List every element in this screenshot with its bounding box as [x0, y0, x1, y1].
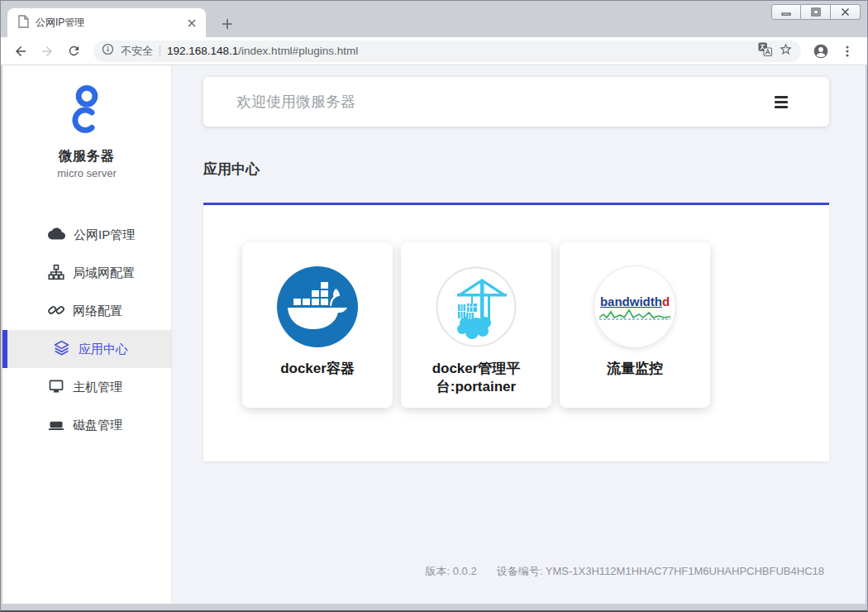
window-bottom-frame	[1, 604, 867, 610]
device-id-text: 设备编号: YMS-1X3H112M1HHAC77HF1M6UHAHPCHBFU…	[497, 564, 824, 579]
close-button[interactable]	[831, 4, 861, 20]
version-text: 版本: 0.0.2	[425, 564, 476, 579]
cloud-icon	[48, 225, 65, 245]
welcome-card: 欢迎使用微服务器	[203, 77, 829, 127]
tab-title: 公网IP管理	[36, 16, 178, 30]
sidebar-item-label: 主机管理	[73, 380, 122, 395]
sidebar-item-network-config[interactable]: 网络配置	[2, 292, 171, 330]
omnibox-divider	[160, 45, 160, 57]
link-icon	[48, 302, 64, 321]
minimize-button[interactable]	[771, 4, 801, 20]
sidebar-item-label: 网络配置	[73, 304, 122, 319]
app-center-panel: docker容器	[203, 203, 829, 461]
monitor-icon	[48, 378, 64, 397]
forward-icon[interactable]	[36, 40, 59, 63]
address-bar[interactable]: 不安全 192.168.148.1/index.html#plugins.htm…	[93, 41, 801, 62]
sidebar: 微服务器 micro server 公网IP管理 局域网配置	[2, 65, 172, 604]
app-card-docker[interactable]: docker容器	[242, 242, 393, 408]
bandwidthd-icon: bandwidthd	[594, 265, 676, 348]
logo-title: 微服务器	[2, 148, 171, 165]
hamburger-menu-icon[interactable]	[775, 93, 793, 111]
url-text[interactable]: 192.168.148.1/index.html#plugins.html	[167, 45, 751, 57]
app-label: 流量监控	[607, 360, 663, 378]
sidebar-nav: 公网IP管理 局域网配置 网络配置	[2, 216, 171, 444]
disk-icon	[48, 416, 64, 435]
microserver-logo-icon	[65, 125, 108, 139]
reload-icon[interactable]	[62, 40, 85, 63]
portainer-icon	[435, 265, 517, 348]
browser-window: 公网IP管理	[0, 0, 868, 612]
main-area: 欢迎使用微服务器 应用中心	[172, 65, 866, 604]
bandwidthd-logo-text: bandwidthd	[600, 294, 670, 308]
bookmark-star-icon[interactable]	[779, 42, 793, 60]
tab-strip: 公网IP管理	[1, 1, 867, 37]
profile-avatar-icon[interactable]	[809, 40, 832, 63]
url-host: 192.168.148.1	[167, 45, 238, 57]
sitemap-icon	[48, 264, 64, 283]
app-card-bandwidthd[interactable]: bandwidthd 流量监控	[560, 242, 710, 408]
window-controls	[771, 4, 861, 20]
logo-subtitle: micro server	[2, 167, 171, 179]
tab-close-icon[interactable]	[184, 16, 199, 31]
app-card-portainer[interactable]: docker管理平台:portainer	[401, 242, 551, 408]
sidebar-item-disk-manage[interactable]: 磁盘管理	[2, 406, 171, 444]
translate-icon[interactable]	[758, 42, 772, 60]
sidebar-item-lan-config[interactable]: 局域网配置	[2, 254, 171, 292]
sidebar-item-label: 局域网配置	[73, 265, 135, 281]
sidebar-item-label: 应用中心	[79, 342, 128, 357]
sidebar-item-label: 磁盘管理	[73, 418, 122, 433]
security-label[interactable]: 不安全	[121, 44, 153, 59]
section-title: 应用中心	[203, 160, 829, 179]
sidebar-item-app-center[interactable]: 应用中心	[2, 330, 171, 368]
docker-icon	[276, 265, 359, 348]
sidebar-item-host-manage[interactable]: 主机管理	[2, 368, 171, 406]
maximize-button[interactable]	[801, 4, 831, 20]
sidebar-item-public-ip[interactable]: 公网IP管理	[2, 216, 171, 254]
new-tab-icon[interactable]	[217, 14, 237, 34]
browser-toolbar: 不安全 192.168.148.1/index.html#plugins.htm…	[1, 37, 867, 65]
logo-block: 微服务器 micro server	[2, 65, 171, 179]
bandwidthd-graph-line	[599, 308, 670, 320]
app-label: docker管理平台:portainer	[412, 360, 541, 396]
app-label: docker容器	[280, 360, 355, 378]
info-icon[interactable]	[102, 43, 114, 59]
sidebar-item-label: 公网IP管理	[74, 227, 135, 243]
footer: 版本: 0.0.2 设备编号: YMS-1X3H112M1HHAC77HF1M6…	[203, 564, 829, 604]
browser-tab[interactable]: 公网IP管理	[7, 8, 206, 37]
page-content: 微服务器 micro server 公网IP管理 局域网配置	[2, 65, 866, 604]
page-favicon-icon	[17, 15, 29, 31]
url-path: /index.html#plugins.html	[238, 45, 358, 57]
welcome-text: 欢迎使用微服务器	[236, 92, 775, 112]
menu-dots-icon[interactable]	[836, 40, 859, 63]
back-icon[interactable]	[9, 40, 32, 63]
layers-icon	[53, 339, 70, 359]
